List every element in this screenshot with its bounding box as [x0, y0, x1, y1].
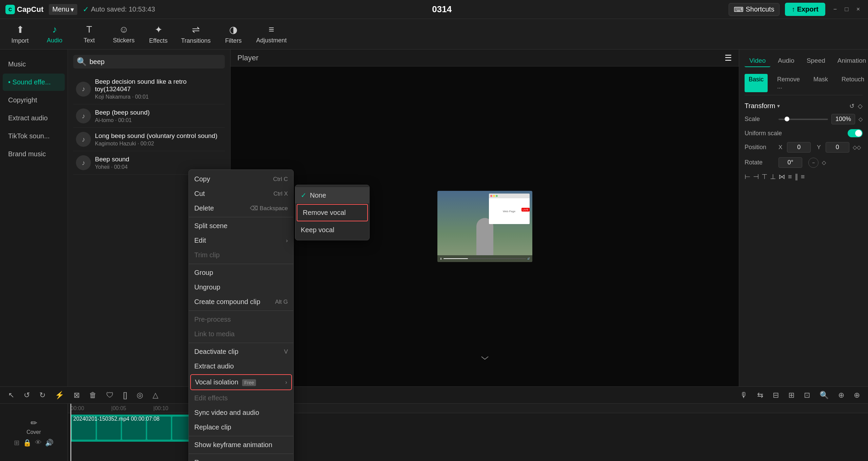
- cm-cut[interactable]: Cut Ctrl X: [189, 186, 293, 201]
- cm-ungroup[interactable]: Ungroup: [189, 280, 293, 295]
- search-input[interactable]: [90, 58, 221, 66]
- shortcuts-button[interactable]: ⌨ Shortcuts: [729, 3, 779, 16]
- toolbar-transitions[interactable]: ⇌ Transitions: [181, 24, 211, 44]
- tl-more[interactable]: ⊕: [851, 389, 863, 401]
- vsm-remove-vocal[interactable]: Remove vocal: [297, 204, 368, 221]
- cm-vocal-isolation[interactable]: Vocal isolation Free ›: [191, 375, 291, 389]
- vsm-none[interactable]: ✓ None: [295, 187, 369, 203]
- cm-show-keyframe[interactable]: Show keyframe animation: [189, 438, 293, 452]
- cover-button[interactable]: ✏ Cover: [26, 418, 41, 435]
- tl-align[interactable]: ⊞: [786, 389, 797, 401]
- tl-add-icon[interactable]: ⊞: [14, 439, 20, 447]
- tl-eye-icon[interactable]: 👁: [35, 439, 42, 447]
- sidebar-item-brand-music[interactable]: Brand music: [3, 145, 65, 163]
- audio-info-2: Long beep sound (voluntary control sound…: [95, 132, 222, 147]
- tl-delete[interactable]: 🗑: [86, 389, 99, 401]
- rotate-input[interactable]: [778, 157, 802, 168]
- cm-delete[interactable]: Delete ⌫ Backspace: [189, 201, 293, 216]
- tab-video[interactable]: Video: [745, 55, 770, 67]
- tab-speed[interactable]: Speed: [802, 55, 830, 67]
- undo-transform-btn[interactable]: ↺: [849, 102, 854, 110]
- cm-edit[interactable]: Edit ›: [189, 233, 293, 248]
- position-y-input[interactable]: [826, 142, 849, 153]
- tl-caption[interactable]: ⊡: [801, 389, 813, 401]
- cm-group[interactable]: Group: [189, 265, 293, 280]
- rotate-diamond[interactable]: ◇: [822, 159, 826, 166]
- scale-slider[interactable]: [778, 119, 828, 120]
- cm-extract-audio[interactable]: Extract audio: [189, 359, 293, 374]
- position-x-input[interactable]: [787, 142, 811, 153]
- sidebar-item-music[interactable]: Music: [3, 56, 65, 73]
- cm-range[interactable]: Range ›: [189, 455, 293, 461]
- toolbar-audio[interactable]: ♪ Audio: [43, 24, 66, 44]
- align-center-h-btn[interactable]: ⊣: [753, 173, 759, 181]
- sidebar-item-tiktok[interactable]: TikTok soun...: [3, 127, 65, 145]
- cm-replace-clip[interactable]: Replace clip: [189, 420, 293, 435]
- ptab-mask[interactable]: Mask: [809, 74, 832, 92]
- ptab-retouch[interactable]: Retouch: [837, 74, 868, 92]
- scale-input[interactable]: [831, 114, 855, 124]
- playhead[interactable]: [71, 404, 71, 461]
- tl-split3[interactable]: ⊟: [770, 389, 782, 401]
- toolbar-effects[interactable]: ✦ Effects: [146, 24, 170, 44]
- tl-lock-icon[interactable]: 🔒: [23, 439, 32, 447]
- cm-sync-video[interactable]: Sync video and audio: [189, 405, 293, 420]
- tl-triangle[interactable]: △: [150, 389, 161, 401]
- cm-copy[interactable]: Copy Ctrl C: [189, 172, 293, 186]
- toolbar-text[interactable]: T Text: [77, 24, 101, 44]
- tl-redo[interactable]: ↻: [37, 389, 48, 401]
- export-button[interactable]: ↑ Export: [785, 3, 825, 16]
- tab-animation[interactable]: Animation: [833, 55, 868, 67]
- tl-bracket[interactable]: []: [120, 389, 130, 401]
- cm-divider-6: [189, 454, 293, 454]
- cm-split-scene[interactable]: Split scene: [189, 219, 293, 233]
- tl-vol-icon[interactable]: 🔊: [45, 439, 54, 447]
- distribute-h-btn[interactable]: ∥: [795, 173, 798, 181]
- maximize-button[interactable]: □: [842, 5, 851, 14]
- align-top-btn[interactable]: ⊥: [770, 173, 776, 181]
- tl-mic[interactable]: 🎙: [737, 389, 750, 401]
- cm-create-compound[interactable]: Create compound clip Alt G: [189, 295, 293, 309]
- distribute-v-btn[interactable]: ≡: [801, 173, 805, 181]
- audio-item-2[interactable]: ♪ Long beep sound (voluntary control sou…: [73, 128, 225, 151]
- tl-zoom-in[interactable]: ⊕: [835, 389, 847, 401]
- tl-split[interactable]: ⚡: [52, 389, 67, 401]
- tl-split2[interactable]: ⊠: [71, 389, 82, 401]
- tl-select-tool[interactable]: ↖: [5, 389, 17, 401]
- align-right-btn[interactable]: ⊤: [762, 173, 767, 181]
- ptab-basic[interactable]: Basic: [745, 74, 768, 92]
- vsm-keep-vocal[interactable]: Keep vocal: [295, 222, 369, 238]
- diamond-btn[interactable]: ◇: [858, 102, 863, 110]
- timeline-sidebar: ✏ Cover ⊞ 🔒 👁 🔊: [0, 404, 68, 461]
- toolbar-filters[interactable]: ◑ Filters: [221, 24, 245, 44]
- toolbar-adjustment[interactable]: ≡ Adjustment: [256, 24, 287, 44]
- menu-button[interactable]: Menu ▾: [49, 4, 77, 15]
- ptab-remove[interactable]: Remove ...: [773, 74, 804, 92]
- tab-audio[interactable]: Audio: [773, 55, 799, 67]
- tl-undo[interactable]: ↺: [21, 389, 33, 401]
- cm-deactivate[interactable]: Deactivate clip V: [189, 344, 293, 359]
- close-button[interactable]: ×: [854, 5, 863, 14]
- tl-zoom-out[interactable]: 🔍: [817, 389, 831, 401]
- align-left-btn[interactable]: ⊢: [745, 173, 750, 181]
- toolbar-stickers[interactable]: ☺ Stickers: [112, 24, 136, 44]
- sidebar-item-copyright[interactable]: Copyright: [3, 92, 65, 109]
- audio-item-0[interactable]: ♪ Beep decision sound like a retro toy(1…: [73, 74, 225, 104]
- tl-link[interactable]: ⇆: [754, 389, 766, 401]
- cm-vocal-isolation-wrapper: Vocal isolation Free ›: [190, 374, 292, 390]
- minimize-button[interactable]: −: [831, 5, 840, 14]
- position-diamond[interactable]: ◇◇: [853, 144, 861, 151]
- player-menu-icon[interactable]: ☰: [725, 53, 732, 63]
- toolbar-import[interactable]: ⬆ Import: [8, 24, 32, 44]
- uniform-scale-toggle[interactable]: [848, 129, 863, 137]
- sidebar-item-extract-audio[interactable]: Extract audio: [3, 109, 65, 127]
- align-center-v-btn[interactable]: ⋈: [778, 173, 785, 181]
- align-bottom-btn[interactable]: ≡: [788, 173, 792, 181]
- sidebar-item-sound-effects[interactable]: Sound effe...: [3, 74, 65, 91]
- tl-shield[interactable]: 🛡: [103, 389, 116, 401]
- effects-icon: ✦: [155, 24, 162, 35]
- rotate-circle[interactable]: −: [808, 158, 818, 168]
- audio-item-1[interactable]: ♪ Beep (beep sound) Ai-tomo · 00:01: [73, 104, 225, 128]
- tl-circle[interactable]: ◎: [134, 389, 146, 401]
- scale-diamond[interactable]: ◇: [859, 116, 863, 122]
